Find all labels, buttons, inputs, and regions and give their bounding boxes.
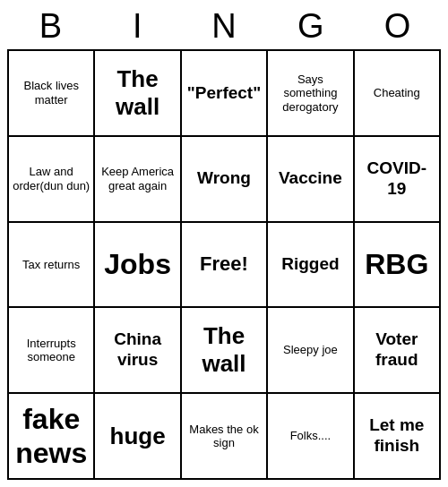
- bingo-cell[interactable]: Keep America great again: [95, 137, 181, 223]
- bingo-cell[interactable]: Voter fraud: [355, 308, 441, 394]
- bingo-cell[interactable]: Makes the ok sign: [182, 394, 268, 480]
- bingo-cell[interactable]: China virus: [95, 308, 181, 394]
- bingo-cell[interactable]: fake news: [9, 394, 95, 480]
- bingo-cell[interactable]: RBG: [355, 223, 441, 309]
- bingo-cell[interactable]: "Perfect": [182, 51, 268, 137]
- bingo-cell[interactable]: huge: [95, 394, 181, 480]
- letter-b: B: [11, 7, 90, 46]
- bingo-cell[interactable]: Vaccine: [268, 137, 354, 223]
- bingo-cell[interactable]: Folks....: [268, 394, 354, 480]
- bingo-cell[interactable]: Interrupts someone: [9, 308, 95, 394]
- bingo-cell[interactable]: Rigged: [268, 223, 354, 309]
- bingo-cell[interactable]: Free!: [182, 223, 268, 309]
- bingo-cell[interactable]: Says something derogatory: [268, 51, 354, 137]
- bingo-cell[interactable]: COVID-19: [355, 137, 441, 223]
- bingo-cell[interactable]: Wrong: [182, 137, 268, 223]
- bingo-grid: Black lives matterThe wall"Perfect"Says …: [7, 49, 441, 480]
- letter-g: G: [271, 7, 350, 46]
- letter-o: O: [358, 7, 437, 46]
- bingo-cell[interactable]: Law and order(dun dun): [9, 137, 95, 223]
- bingo-header: B I N G O: [7, 7, 441, 46]
- bingo-cell[interactable]: Sleepy joe: [268, 308, 354, 394]
- bingo-cell[interactable]: Cheating: [355, 51, 441, 137]
- bingo-cell[interactable]: The wall: [95, 51, 181, 137]
- bingo-cell[interactable]: Jobs: [95, 223, 181, 309]
- bingo-cell[interactable]: Tax returns: [9, 223, 95, 309]
- bingo-cell[interactable]: The wall: [182, 308, 268, 394]
- letter-n: N: [185, 7, 263, 46]
- bingo-cell[interactable]: Let me finish: [355, 394, 441, 480]
- letter-i: I: [98, 7, 177, 46]
- bingo-cell[interactable]: Black lives matter: [9, 51, 95, 137]
